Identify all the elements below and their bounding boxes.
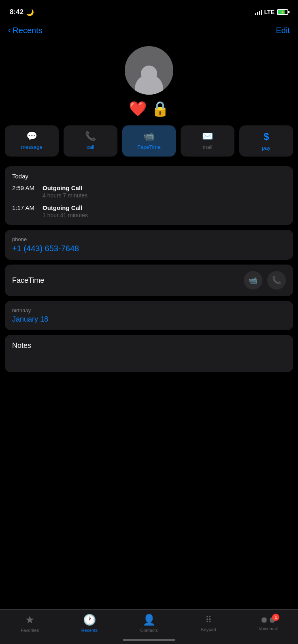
call-time-row-1: 2:59 AM Outgoing Call <box>12 184 286 191</box>
keypad-label: Keypad <box>201 627 216 632</box>
call-label: call <box>86 144 94 150</box>
status-bar: 8:42 🌙 LTE ⚡ <box>0 0 298 22</box>
time-text: 8:42 <box>10 8 23 16</box>
facetime-audio-icon: 📞 <box>272 276 281 285</box>
voicemail-badge: 1 <box>272 614 279 621</box>
phone-number[interactable]: +1 (443) 653-7648 <box>12 244 286 253</box>
signal-bar-2 <box>257 12 258 15</box>
status-icons: LTE ⚡ <box>255 9 288 15</box>
tab-voicemail[interactable]: ⏺⏺ 1 Voicemail <box>238 615 298 631</box>
call-type-1: Outgoing Call <box>43 184 82 191</box>
facetime-section-label: FaceTime <box>12 276 44 285</box>
birthday-section: birthday January 18 <box>5 301 293 330</box>
facetime-icon: 📹 <box>143 131 154 142</box>
status-time: 8:42 🌙 <box>10 8 34 16</box>
moon-icon: 🌙 <box>26 8 34 16</box>
lte-text: LTE <box>264 9 275 15</box>
favorites-label: Favorites <box>21 628 39 633</box>
back-button[interactable]: ‹ Recents <box>8 25 43 36</box>
tab-recents[interactable]: 🕐 Recents <box>60 614 119 633</box>
contacts-label: Contacts <box>140 628 158 633</box>
voicemail-label: Voicemail <box>259 626 278 631</box>
notes-label: Notes <box>12 341 286 366</box>
tab-favorites[interactable]: ★ Favorites <box>0 614 60 633</box>
facetime-section: FaceTime 📹 📞 <box>5 265 293 296</box>
recents-label: Recents <box>81 628 98 633</box>
edit-label: Edit <box>276 26 290 35</box>
recents-icon: 🕐 <box>83 614 96 626</box>
pay-label: pay <box>262 145 270 151</box>
birthday-label: birthday <box>12 307 286 314</box>
mail-icon: ✉️ <box>202 131 213 142</box>
lock-icon: 🔒 <box>151 100 169 117</box>
call-history-section: Today 2:59 AM Outgoing Call 4 hours 7 mi… <box>5 166 293 225</box>
call-day-label: Today <box>12 173 286 180</box>
avatar-emoji-icons: ❤️ 🔒 <box>129 100 169 117</box>
avatar-silhouette <box>133 62 165 95</box>
call-time-row-2: 1:17 AM Outgoing Call <box>12 204 286 211</box>
mail-label: mail <box>203 144 213 150</box>
contacts-icon: 👤 <box>143 614 155 626</box>
call-icon: 📞 <box>85 131 96 142</box>
call-button[interactable]: 📞 call <box>64 125 117 157</box>
battery-fill: ⚡ <box>278 10 285 14</box>
message-button[interactable]: 💬 message <box>5 125 59 157</box>
phone-label: phone <box>12 236 286 242</box>
facetime-label: FaceTime <box>137 144 160 150</box>
call-duration-1: 4 hours 7 minutes <box>43 192 286 199</box>
notes-section: Notes <box>5 335 293 372</box>
avatar <box>125 46 173 95</box>
avatar-body <box>135 74 163 95</box>
pay-icon: $ <box>264 131 269 142</box>
edit-button[interactable]: Edit <box>276 26 290 35</box>
heart-icon: ❤️ <box>129 100 147 117</box>
facetime-video-icon: 📹 <box>249 276 258 285</box>
keypad-icon: ⠿ <box>205 615 212 625</box>
call-duration-2: 1 hour 41 minutes <box>43 212 286 218</box>
facetime-video-button[interactable]: 📹 <box>244 271 262 290</box>
message-icon: 💬 <box>26 131 37 142</box>
signal-bar-4 <box>261 10 262 15</box>
tab-keypad[interactable]: ⠿ Keypad <box>179 615 238 632</box>
message-label: message <box>21 144 43 150</box>
call-time-2: 1:17 AM <box>12 204 38 211</box>
phone-section[interactable]: phone +1 (443) 653-7648 <box>5 230 293 260</box>
favorites-icon: ★ <box>25 614 34 626</box>
battery-bolt-icon: ⚡ <box>281 11 285 14</box>
call-time-1: 2:59 AM <box>12 184 38 191</box>
call-entry-2: 1:17 AM Outgoing Call 1 hour 41 minutes <box>12 204 286 218</box>
birthday-date: January 18 <box>12 315 286 324</box>
signal-bars <box>255 9 262 15</box>
call-entry-1: 2:59 AM Outgoing Call 4 hours 7 minutes <box>12 184 286 199</box>
home-indicator <box>123 639 175 641</box>
pay-button[interactable]: $ pay <box>239 125 293 157</box>
avatar-section: ❤️ 🔒 <box>0 42 298 125</box>
back-label: Recents <box>13 26 42 35</box>
facetime-audio-button[interactable]: 📞 <box>267 271 286 290</box>
battery-icon: ⚡ <box>277 9 288 15</box>
nav-header: ‹ Recents Edit <box>0 22 298 42</box>
signal-bar-3 <box>259 11 260 15</box>
signal-bar-1 <box>255 13 256 15</box>
tab-contacts[interactable]: 👤 Contacts <box>119 614 179 633</box>
facetime-row: FaceTime 📹 📞 <box>12 271 286 290</box>
call-type-2: Outgoing Call <box>43 204 82 211</box>
chevron-left-icon: ‹ <box>8 25 11 36</box>
mail-button[interactable]: ✉️ mail <box>181 125 234 157</box>
facetime-action-buttons: 📹 📞 <box>244 271 286 290</box>
action-buttons: 💬 message 📞 call 📹 FaceTime ✉️ mail $ pa… <box>0 125 298 166</box>
voicemail-icon-container: ⏺⏺ 1 <box>260 615 276 625</box>
facetime-button[interactable]: 📹 FaceTime <box>122 125 176 157</box>
